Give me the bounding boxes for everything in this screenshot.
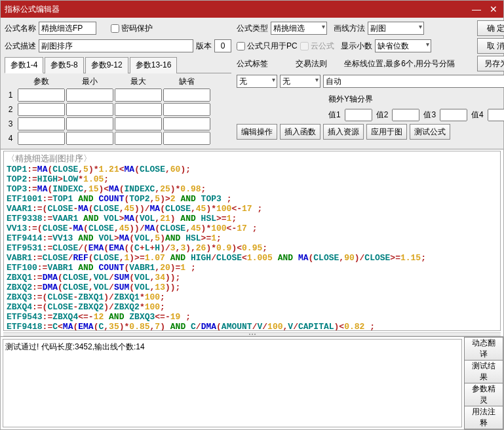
ok-button[interactable]: 确 定 <box>477 20 504 36</box>
test-button[interactable]: 测试公式 <box>410 124 450 140</box>
formula-type-select[interactable]: 精挑细选 <box>271 22 327 35</box>
label-showdec: 显示小数 <box>341 41 372 52</box>
p3-def[interactable] <box>163 117 210 130</box>
y2-input[interactable] <box>392 109 419 121</box>
draw-method-select[interactable]: 副图 <box>368 22 424 35</box>
insert-res-button[interactable]: 插入资源 <box>323 124 364 140</box>
edit-op-button[interactable]: 编辑操作 <box>237 124 277 140</box>
p4-def[interactable] <box>163 132 210 145</box>
p1-min[interactable] <box>66 88 113 102</box>
p4-max[interactable] <box>115 132 162 145</box>
close-button[interactable]: ✕ <box>488 3 499 15</box>
tab-params-1-4[interactable]: 参数1-4 <box>5 57 43 73</box>
label-extray: 额外Y轴分界 <box>328 94 373 105</box>
window-title: 指标公式编辑器 <box>5 4 60 15</box>
tab-params-9-12[interactable]: 参数9-12 <box>85 57 128 73</box>
label-pwd: 密码保护 <box>121 23 153 34</box>
param-hdr-min: 最小 <box>66 76 113 87</box>
label-trule: 交易法则 <box>296 58 327 69</box>
top-panel: 公式名称 密码保护 公式描述 版本 参数1-4 参数5-8 参数9-12 参数1… <box>1 18 503 149</box>
trule-select[interactable]: 无 <box>280 75 320 88</box>
p3-max[interactable] <box>115 117 162 130</box>
p3-name[interactable] <box>18 117 65 130</box>
y4-input[interactable] <box>488 109 504 121</box>
param-table: 参数 最小 最大 缺省 1 2 3 4 <box>5 76 231 145</box>
p2-max[interactable] <box>115 103 162 116</box>
usage-notes-button[interactable]: 用法注释 <box>464 406 503 429</box>
param-wizard-button[interactable]: 参数精灵 <box>464 383 503 406</box>
minimize-button[interactable]: — <box>471 3 482 15</box>
ftag-select[interactable]: 无 <box>237 75 277 88</box>
label-name: 公式名称 <box>5 23 36 34</box>
p4-name[interactable] <box>18 132 65 145</box>
titlebar: 指标公式编辑器 — ✕ <box>1 1 503 18</box>
apply-button[interactable]: 应用于图 <box>366 124 407 140</box>
insert-fn-button[interactable]: 插入函数 <box>280 124 320 140</box>
p2-def[interactable] <box>163 103 210 116</box>
decimal-select[interactable]: 缺省位数 <box>375 39 431 52</box>
param-tabs: 参数1-4 参数5-8 参数9-12 参数13-16 <box>5 56 231 73</box>
saveas-button[interactable]: 另存为 <box>477 56 504 71</box>
label-ftype: 公式类型 <box>237 23 268 34</box>
p2-min[interactable] <box>66 103 113 116</box>
code-editor[interactable]: 〈精挑细选副图排序〉 TOP1:=MA(CLOSE,5)*1.21<MA(CLO… <box>3 151 501 331</box>
formula-name-input[interactable] <box>39 22 96 35</box>
y3-input[interactable] <box>440 109 467 121</box>
label-desc: 公式描述 <box>5 41 36 52</box>
test-result-button[interactable]: 测试结果 <box>464 360 503 383</box>
label-coord: 坐标线位置,最多6个,用分号分隔 <box>344 58 455 69</box>
tab-params-13-16[interactable]: 参数13-16 <box>130 57 178 73</box>
p2-name[interactable] <box>18 103 65 116</box>
formula-desc-input[interactable] <box>39 39 193 52</box>
param-hdr-name: 参数 <box>18 76 65 87</box>
tab-params-5-8[interactable]: 参数5-8 <box>45 57 83 73</box>
param-hdr-def: 缺省 <box>163 76 210 87</box>
coord-input[interactable] <box>323 75 504 88</box>
p1-name[interactable] <box>18 88 65 102</box>
y1-input[interactable] <box>345 109 372 121</box>
password-protect-checkbox[interactable] <box>111 24 119 33</box>
version-input[interactable] <box>214 39 231 52</box>
p4-min[interactable] <box>66 132 113 145</box>
label-draw: 画线方法 <box>334 23 365 34</box>
cloud-checkbox <box>300 42 309 50</box>
p1-max[interactable] <box>115 88 162 102</box>
pc-only-checkbox[interactable] <box>237 42 245 50</box>
label-ftag: 公式标签 <box>237 58 268 69</box>
p1-def[interactable] <box>163 88 210 102</box>
p3-min[interactable] <box>66 117 113 130</box>
label-ver: 版本 <box>196 41 212 52</box>
cancel-button[interactable]: 取 消 <box>477 38 504 54</box>
param-hdr-max: 最大 <box>115 76 162 87</box>
status-output: 测试通过! 代码长度:3452,输出线个数:14 <box>3 339 462 427</box>
dynamic-translate-button[interactable]: 动态翻译 <box>464 337 503 360</box>
